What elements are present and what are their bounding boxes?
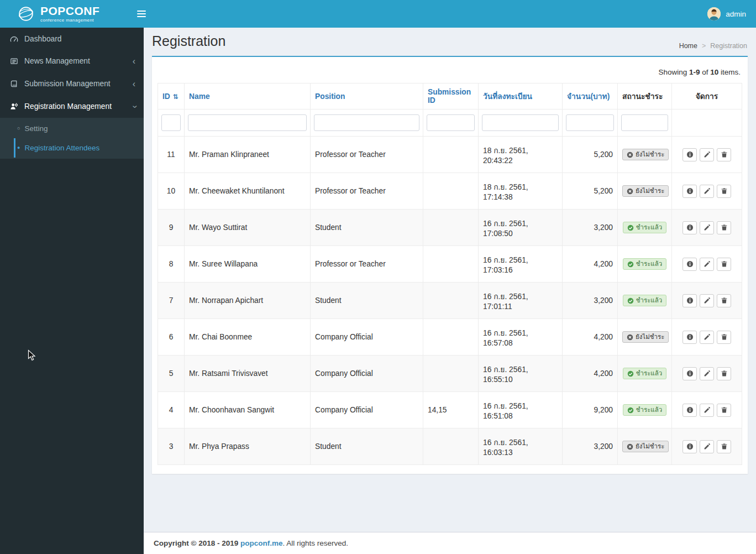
cell-name: Mr. Praman Klinpraneet (185, 137, 311, 173)
cell-position: Professor or Teacher (311, 246, 423, 283)
column-header-amount[interactable]: จำนวน(บาท) (563, 83, 618, 109)
pencil-icon (704, 224, 711, 231)
paid-status-badge: ชำระแล้ว (623, 404, 667, 416)
update-button[interactable] (700, 185, 714, 198)
filter-amount-input[interactable] (566, 114, 614, 131)
newspaper-icon (8, 57, 19, 65)
cell-status: ยังไม่ชำระ (618, 137, 672, 173)
view-button[interactable] (683, 440, 697, 453)
cell-registration-date: 16 ก.ย. 2561, 16:51:08 (479, 392, 563, 428)
sidebar-item-dashboard[interactable]: Dashboard (0, 28, 144, 50)
sidebar-item-registration-management[interactable]: Registration Management ‹ (0, 95, 144, 118)
filter-date-input[interactable] (482, 114, 559, 131)
cell-actions (672, 137, 742, 173)
delete-button[interactable] (717, 331, 731, 344)
delete-button[interactable] (717, 221, 731, 234)
sidebar-subitem-label: Setting (24, 124, 48, 133)
view-button[interactable] (683, 367, 697, 380)
cell-submission-id (423, 428, 479, 465)
sidebar-item-news-management[interactable]: News Management ‹ (0, 50, 144, 72)
info-icon (686, 260, 694, 268)
column-header-registration-date[interactable]: วันที่ลงทะเบียน (479, 83, 563, 109)
view-button[interactable] (683, 294, 697, 307)
chevron-left-icon: ‹ (133, 57, 135, 66)
paid-status-badge: ชำระแล้ว (623, 258, 667, 270)
cell-position: Student (311, 210, 423, 246)
delete-button[interactable] (717, 367, 731, 380)
cell-amount: 3,200 (563, 283, 618, 319)
cell-id: 9 (158, 210, 185, 246)
cell-actions (672, 428, 742, 465)
update-button[interactable] (700, 148, 714, 161)
cell-name: Mr. Suree Willapana (185, 246, 311, 283)
delete-button[interactable] (717, 440, 731, 453)
update-button[interactable] (700, 367, 714, 380)
filter-name-input[interactable] (188, 114, 307, 131)
delete-button[interactable] (717, 294, 731, 307)
hamburger-icon (137, 11, 146, 17)
cell-name: Mr. Choonhavan Sangwit (185, 392, 311, 428)
user-menu[interactable]: admin (697, 0, 756, 28)
update-button[interactable] (700, 258, 714, 271)
column-header-payment-status: สถานะชำระ (618, 83, 672, 109)
view-button[interactable] (683, 331, 697, 344)
cell-amount: 4,200 (563, 319, 618, 356)
cell-amount: 4,200 (563, 246, 618, 283)
view-button[interactable] (683, 404, 697, 417)
cell-status: ชำระแล้ว (618, 246, 672, 283)
sidebar-item-setting[interactable]: ○ Setting (0, 119, 144, 138)
table-row: 11Mr. Praman KlinpraneetProfessor or Tea… (158, 137, 742, 173)
cell-registration-date: 16 ก.ย. 2561, 17:03:16 (479, 246, 563, 283)
cell-amount: 3,200 (563, 210, 618, 246)
update-button[interactable] (700, 221, 714, 234)
pencil-icon (704, 151, 711, 158)
delete-button[interactable] (717, 185, 731, 198)
sidebar-subitem-label: Registration Attendees (24, 144, 99, 152)
cell-registration-date: 18 ก.ย. 2561, 20:43:22 (479, 137, 563, 173)
pencil-icon (704, 260, 711, 268)
view-button[interactable] (683, 185, 697, 198)
check-circle-icon (627, 297, 634, 304)
sidebar-item-registration-attendees[interactable]: ● Registration Attendees (0, 138, 144, 158)
circle-outline-icon: ○ (17, 126, 20, 131)
sidebar-toggle-button[interactable] (128, 0, 155, 28)
cell-amount: 5,200 (563, 137, 618, 173)
delete-button[interactable] (717, 404, 731, 417)
sidebar-item-label: Registration Management (24, 102, 112, 111)
footer-site-link[interactable]: popconf.me (240, 539, 283, 547)
filter-id-input[interactable] (161, 114, 181, 131)
delete-button[interactable] (717, 258, 731, 271)
column-header-id[interactable]: ID⇅ (158, 83, 185, 109)
column-header-submission-id[interactable]: Submission ID (423, 83, 479, 109)
view-button[interactable] (683, 221, 697, 234)
dashboard-icon (8, 35, 19, 43)
breadcrumb-home-link[interactable]: Home (679, 42, 697, 50)
delete-button[interactable] (717, 148, 731, 161)
view-button[interactable] (683, 258, 697, 271)
chevron-down-icon: ‹ (129, 105, 138, 108)
trash-icon (721, 187, 728, 195)
column-header-position[interactable]: Position (311, 83, 423, 109)
update-button[interactable] (700, 404, 714, 417)
column-header-name[interactable]: Name (185, 83, 311, 109)
unpaid-status-badge: ยังไม่ชำระ (622, 441, 669, 452)
x-circle-icon (627, 443, 633, 450)
check-circle-icon (627, 224, 634, 231)
sidebar-item-submission-management[interactable]: Submission Management ‹ (0, 72, 144, 95)
filter-status-input[interactable] (621, 114, 668, 131)
update-button[interactable] (700, 294, 714, 307)
filter-submission-id-input[interactable] (427, 114, 475, 131)
cell-status: ชำระแล้ว (618, 210, 672, 246)
update-button[interactable] (700, 440, 714, 453)
filter-position-input[interactable] (314, 114, 419, 131)
sidebar-item-label: Dashboard (24, 35, 62, 43)
update-button[interactable] (700, 331, 714, 344)
brand-logo[interactable]: POPCONF conference management (0, 0, 128, 28)
view-button[interactable] (683, 148, 697, 161)
cell-status: ยังไม่ชำระ (618, 428, 672, 465)
cell-actions (672, 392, 742, 428)
breadcrumb-separator: > (702, 42, 706, 50)
cell-name: Mr. Ratsami Trivisvavet (185, 356, 311, 392)
cell-submission-id (423, 210, 479, 246)
username-label: admin (726, 10, 746, 18)
